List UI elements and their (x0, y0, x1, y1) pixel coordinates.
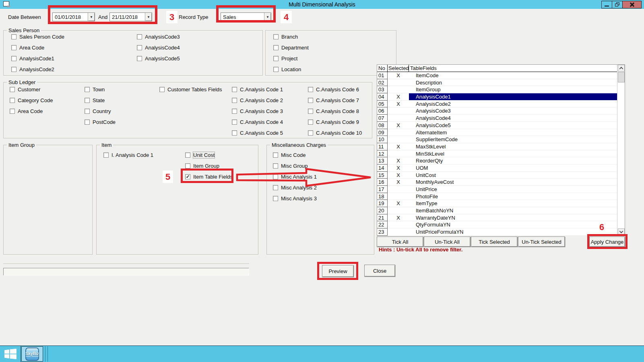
table-row[interactable]: 05XAnalysisCode2 (377, 101, 617, 108)
checkbox[interactable] (308, 109, 313, 114)
checkbox-item-c-analysis-code-5[interactable]: C.Analysis Code 5 (232, 128, 283, 138)
checkbox-item-sales-person-code[interactable]: Sales Person Code (11, 31, 64, 42)
checkbox-item-misc-analysis-2[interactable]: Misc Analysis 2 (273, 182, 317, 193)
row-field[interactable]: AnalysisCode1 (409, 93, 617, 101)
checkbox-item-branch[interactable]: Branch (273, 31, 309, 42)
checkbox-item-area-code[interactable]: Area Code (10, 106, 53, 117)
checkbox[interactable] (308, 119, 313, 125)
checkbox[interactable] (85, 119, 90, 125)
checkbox-item-customer-tables-fields[interactable]: Customer Tables Fields (159, 84, 222, 95)
table-row[interactable]: 13XReorderQty (377, 157, 617, 165)
checkbox-item-location[interactable]: Location (273, 64, 309, 75)
table-row[interactable]: 01XItemCode (377, 72, 617, 79)
checkbox[interactable] (159, 87, 165, 92)
checkbox[interactable] (137, 34, 142, 39)
checkbox-item-c-analysis-code-7[interactable]: C.Analysis Code 7 (308, 95, 362, 106)
close-button[interactable]: Close (364, 265, 395, 277)
table-row[interactable]: 09AlternateItem (377, 129, 617, 136)
date-to-combo[interactable]: 21/11/2018 ▼ (109, 12, 152, 21)
scroll-down-button[interactable] (618, 228, 625, 235)
checkbox[interactable] (10, 87, 15, 92)
table-row[interactable]: 14XUOM (377, 165, 617, 172)
dropdown-arrow-icon[interactable]: ▼ (145, 13, 152, 21)
checkbox-item-analysiscode2[interactable]: AnalysisCode2 (11, 64, 64, 75)
row-field[interactable]: MinStkLevel (409, 150, 617, 158)
row-field[interactable]: AnalysisCode4 (409, 115, 617, 122)
checkbox[interactable] (232, 119, 237, 125)
table-row[interactable]: 15XUnitCost (377, 172, 617, 179)
table-row[interactable]: 18PhotoFile (377, 193, 617, 200)
checkbox-item-c-analysis-code-9[interactable]: C.Analysis Code 9 (308, 117, 362, 128)
row-field[interactable]: ItemType (409, 200, 617, 207)
checkbox-item-analysiscode4[interactable]: AnalysisCode4 (137, 42, 180, 53)
row-field[interactable]: Description (409, 79, 617, 86)
checkbox-item-town[interactable]: Town (85, 84, 116, 95)
checkbox[interactable] (232, 87, 237, 92)
row-field[interactable]: AnalysisCode3 (409, 107, 617, 115)
checkbox-checked[interactable]: ✓ (185, 174, 190, 179)
table-row[interactable]: 08XAnalysisCode5 (377, 122, 617, 129)
checkbox[interactable] (185, 152, 190, 158)
table-row[interactable]: 11XMaxStkLevel (377, 143, 617, 150)
checkbox[interactable] (10, 98, 15, 103)
checkbox-item-c-analysis-code-2[interactable]: C.Analysis Code 2 (232, 95, 283, 106)
row-field[interactable]: AnalysisCode2 (409, 101, 617, 108)
checkbox-item-c-analysis-code-10[interactable]: C.Analysis Code 10 (308, 128, 362, 138)
untick-selected-button[interactable]: Un-Tick Selected (518, 237, 565, 247)
checkbox[interactable] (273, 67, 279, 72)
row-field[interactable]: UnitPriceFormulaYN (409, 228, 617, 236)
checkbox[interactable] (308, 87, 313, 92)
row-field[interactable]: AnalysisCode5 (409, 122, 617, 129)
checkbox-item-misc-analysis-1[interactable]: Misc Analysis 1 (273, 171, 317, 182)
checkbox-item-misc-analysis-3[interactable]: Misc Analysis 3 (273, 193, 317, 204)
dropdown-arrow-icon[interactable]: ▼ (88, 13, 95, 21)
checkbox-item-state[interactable]: State (85, 95, 116, 106)
checkbox-item-postcode[interactable]: PostCode (85, 117, 116, 128)
table-row[interactable]: 20ItemBatchNoYN (377, 207, 617, 214)
checkbox-item-c-analysis-code-3[interactable]: C.Analysis Code 3 (232, 106, 283, 117)
table-row[interactable]: 22QtyFormulaYN (377, 221, 617, 228)
checkbox[interactable] (308, 98, 313, 103)
table-row[interactable]: 23UnitPriceFormulaYN (377, 228, 617, 236)
checkbox[interactable] (273, 196, 278, 201)
checkbox-item-unit-cost[interactable]: Unit Cost (185, 150, 233, 160)
checkbox[interactable] (11, 45, 17, 50)
row-field[interactable]: PhotoFile (409, 193, 617, 200)
untick-all-button[interactable]: Un-Tick All (424, 237, 471, 247)
checkbox-item-analysiscode1[interactable]: AnalysisCode1 (11, 53, 64, 64)
row-field[interactable]: UnitCost (409, 172, 617, 179)
row-field[interactable]: ItemCode (409, 72, 617, 79)
checkbox[interactable] (232, 130, 237, 136)
checkbox[interactable] (185, 163, 190, 169)
row-field[interactable]: ItemGroup (409, 86, 617, 93)
checkbox-item-item-group[interactable]: Item Group (185, 160, 233, 171)
tick-all-button[interactable]: Tick All (377, 237, 423, 247)
checkbox-item-c-analysis-code-8[interactable]: C.Analysis Code 8 (308, 106, 362, 117)
apply-change-button[interactable]: Apply Change (589, 237, 625, 247)
checkbox-item-project[interactable]: Project (273, 53, 309, 64)
scroll-up-button[interactable] (618, 65, 625, 72)
row-field[interactable]: UOM (409, 165, 617, 172)
table-row[interactable]: 06AnalysisCode3 (377, 107, 617, 115)
close-window-button[interactable] (622, 1, 642, 8)
checkbox[interactable] (273, 34, 279, 39)
checkbox[interactable] (137, 56, 142, 61)
checkbox[interactable] (10, 109, 15, 114)
checkbox[interactable] (11, 56, 17, 61)
checkbox[interactable] (232, 109, 237, 114)
start-button[interactable] (0, 346, 21, 362)
table-row[interactable]: 21XWarrantyDateYN (377, 214, 617, 222)
checkbox[interactable] (273, 185, 278, 190)
vertical-scrollbar[interactable] (617, 65, 625, 235)
checkbox-item-country[interactable]: Country (85, 106, 116, 117)
minimize-button[interactable] (601, 1, 612, 8)
date-from-combo[interactable]: 01/01/2018 ▼ (52, 12, 95, 21)
scrollbar-thumb[interactable] (618, 72, 625, 82)
row-field[interactable]: UnitPrice (409, 186, 617, 193)
row-field[interactable]: QtyFormulaYN (409, 221, 617, 228)
row-field[interactable]: WarrantyDateYN (409, 214, 617, 222)
checkbox[interactable] (273, 163, 278, 169)
checkbox-item-customer[interactable]: Customer (10, 84, 53, 95)
checkbox[interactable] (11, 34, 17, 39)
checkbox[interactable] (103, 152, 109, 158)
